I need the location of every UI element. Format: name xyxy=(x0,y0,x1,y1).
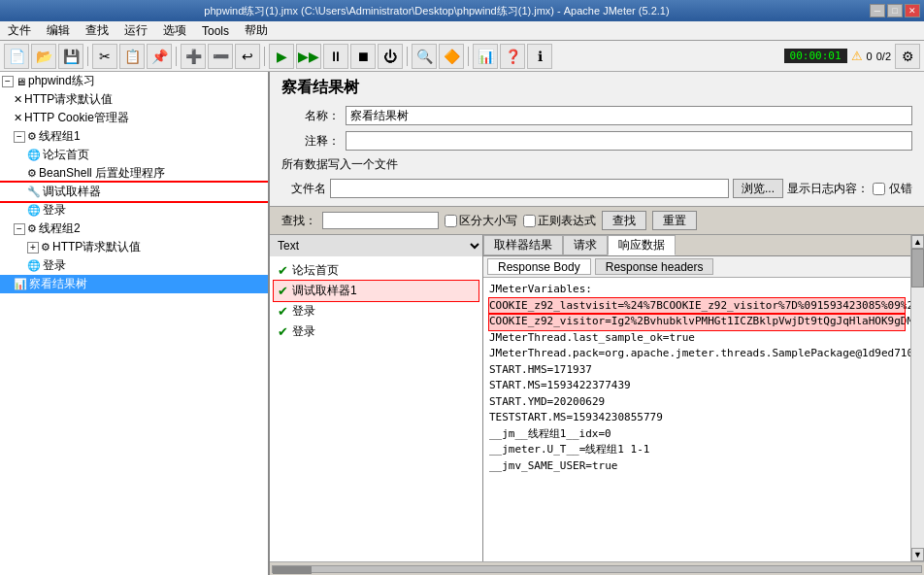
debug-icon: 🔧 xyxy=(27,186,41,198)
help-button[interactable]: ❓ xyxy=(500,44,525,69)
horizontal-scrollbar-track[interactable] xyxy=(272,565,922,573)
template-button[interactable]: 📊 xyxy=(473,44,498,69)
tree-node-thread-group1[interactable]: − ⚙ 线程组1 xyxy=(0,127,268,146)
shutdown-button[interactable]: ⏻ xyxy=(378,44,403,69)
regex-checkbox[interactable] xyxy=(523,215,536,227)
search-section: 查找： 区分大小写 正则表达式 查找 重置 xyxy=(270,206,924,235)
save-button[interactable]: 💾 xyxy=(58,44,83,69)
scroll-up-button[interactable]: ▲ xyxy=(911,235,924,249)
tree-label-debug-sampler: 调试取样器 xyxy=(43,184,101,200)
tree-node-root[interactable]: − 🖥 phpwind练习 xyxy=(0,72,268,90)
response-content: JMeterVariables: COOKIE_z92_lastvisit=%2… xyxy=(483,278,910,561)
list-item-debug[interactable]: ✔ 调试取样器1 xyxy=(274,281,478,301)
add-button[interactable]: ➕ xyxy=(181,44,206,69)
comment-label: 注释： xyxy=(281,133,340,150)
regex-label: 正则表达式 xyxy=(523,213,596,229)
display-label-row: 显示日志内容： 仅错 xyxy=(787,181,912,197)
menu-file[interactable]: 文件 xyxy=(4,21,35,40)
file-input[interactable] xyxy=(330,179,729,198)
pause-button[interactable]: ⏸ xyxy=(323,44,348,69)
expand-root[interactable]: − xyxy=(2,76,14,87)
menu-run[interactable]: 运行 xyxy=(120,21,151,40)
undo-button[interactable]: ↩ xyxy=(235,44,260,69)
scroll-thumb[interactable] xyxy=(911,249,924,288)
horizontal-scrollbar-thumb[interactable] xyxy=(273,566,312,574)
remote-stop-button[interactable]: 🔶 xyxy=(439,44,464,69)
menu-help[interactable]: 帮助 xyxy=(241,21,272,40)
close-button[interactable]: ✕ xyxy=(905,4,920,17)
expand-tg1[interactable]: − xyxy=(14,131,25,143)
tree-node-forum-home[interactable]: 🌐 论坛首页 xyxy=(0,146,268,164)
comment-input[interactable] xyxy=(346,131,912,151)
text-dropdown[interactable]: Text xyxy=(270,235,482,256)
response-line-1: COOKIE_z92_lastvisit=%24%7BCOOKIE_z92_vi… xyxy=(489,298,905,315)
tree-node-http-cookie[interactable]: ✕ HTTP Cookie管理器 xyxy=(0,109,268,127)
login1-result-icon: ✔ xyxy=(278,304,288,319)
remote-start-button[interactable]: 🔍 xyxy=(412,44,437,69)
login2-result-label: 登录 xyxy=(292,323,315,340)
list-item-login2[interactable]: ✔ 登录 xyxy=(274,321,478,342)
toolbar-separator-1 xyxy=(87,47,88,66)
scroll-down-button[interactable]: ▼ xyxy=(911,548,924,561)
tree-panel: − 🖥 phpwind练习 ✕ HTTP请求默认值 ✕ HTTP Cookie管… xyxy=(0,72,270,575)
write-row: 所有数据写入一个文件 xyxy=(281,156,912,173)
play-button[interactable]: ▶ xyxy=(269,44,294,69)
right-panel: 察看结果树 名称： 注释： 所有数据写入一个文件 文件名 浏览... 显示日志内… xyxy=(270,72,924,575)
scroll-track[interactable] xyxy=(911,249,924,548)
list-item-forum[interactable]: ✔ 论坛首页 xyxy=(274,260,478,281)
open-button[interactable]: 📂 xyxy=(31,44,56,69)
menu-tools[interactable]: Tools xyxy=(198,23,233,39)
sub-tab-response-body[interactable]: Response Body xyxy=(487,258,591,275)
tree-node-http-defaults2[interactable]: + ⚙ HTTP请求默认值 xyxy=(0,238,268,256)
stop-button[interactable]: ⏹ xyxy=(350,44,376,69)
cut-button[interactable]: ✂ xyxy=(92,44,117,69)
tab-sampler-result[interactable]: 取样器结果 xyxy=(483,235,563,255)
paste-button[interactable]: 📌 xyxy=(147,44,172,69)
response-line-8: TESTSTART.MS=15934230855779 xyxy=(489,410,905,426)
info-button[interactable]: ℹ xyxy=(527,44,552,69)
toolbar-separator-3 xyxy=(264,47,265,66)
tab-request[interactable]: 请求 xyxy=(563,235,608,255)
copy-button[interactable]: 📋 xyxy=(119,44,145,69)
sub-tab-bar: Response Body Response headers xyxy=(483,256,910,278)
name-input[interactable] xyxy=(346,106,912,125)
list-item-login1[interactable]: ✔ 登录 xyxy=(274,301,478,321)
thread-group1-icon: ⚙ xyxy=(27,130,37,143)
search-input[interactable] xyxy=(322,212,439,229)
only-errors-checkbox[interactable] xyxy=(873,183,885,195)
tree-node-beanshell[interactable]: ⚙ BeanShell 后置处理程序 xyxy=(0,164,268,183)
menu-bar: 文件 编辑 查找 运行 选项 Tools 帮助 xyxy=(0,21,924,41)
expand-http2[interactable]: + xyxy=(27,242,39,254)
expand-tg2[interactable]: − xyxy=(14,223,25,235)
minimize-button[interactable]: ─ xyxy=(870,4,885,17)
tree-node-login2[interactable]: 🌐 登录 xyxy=(0,256,268,275)
remove-button[interactable]: ➖ xyxy=(208,44,233,69)
play-no-pause-button[interactable]: ▶▶ xyxy=(296,44,321,69)
reset-button[interactable]: 重置 xyxy=(652,211,697,230)
toolbar-separator-4 xyxy=(407,47,408,66)
new-button[interactable]: 📄 xyxy=(4,44,29,69)
debug-result-icon: ✔ xyxy=(278,284,288,298)
search-row: 查找： 区分大小写 正则表达式 查找 重置 xyxy=(281,211,912,230)
tree-node-http-defaults[interactable]: ✕ HTTP请求默认值 xyxy=(0,90,268,109)
maximize-button[interactable]: □ xyxy=(887,4,903,17)
case-sensitive-checkbox[interactable] xyxy=(445,215,457,227)
tree-node-result-tree[interactable]: 📊 察看结果树 xyxy=(0,275,268,293)
menu-search[interactable]: 查找 xyxy=(82,21,113,40)
tree-node-thread-group2[interactable]: − ⚙ 线程组2 xyxy=(0,220,268,238)
name-row: 名称： xyxy=(281,106,912,125)
log-button[interactable]: ⚙ xyxy=(895,44,920,69)
tree-node-login1[interactable]: 🌐 登录 xyxy=(0,201,268,220)
sub-tab-response-headers[interactable]: Response headers xyxy=(595,258,714,275)
tree-node-debug-sampler[interactable]: 🔧 调试取样器 xyxy=(0,183,268,201)
search-button[interactable]: 查找 xyxy=(602,211,646,230)
list-header: Text xyxy=(270,235,482,256)
tab-response-data[interactable]: 响应数据 xyxy=(608,235,676,255)
menu-options[interactable]: 选项 xyxy=(159,21,190,40)
menu-edit[interactable]: 编辑 xyxy=(43,21,74,40)
file-row: 文件名 浏览... 显示日志内容： 仅错 xyxy=(281,179,912,198)
response-line-4: JMeterThread.pack=org.apache.jmeter.thre… xyxy=(489,346,905,362)
title-bar: phpwind练习(1).jmx (C:\Users\Administrator… xyxy=(0,0,924,21)
browse-button[interactable]: 浏览... xyxy=(733,179,783,198)
name-label: 名称： xyxy=(281,108,340,124)
